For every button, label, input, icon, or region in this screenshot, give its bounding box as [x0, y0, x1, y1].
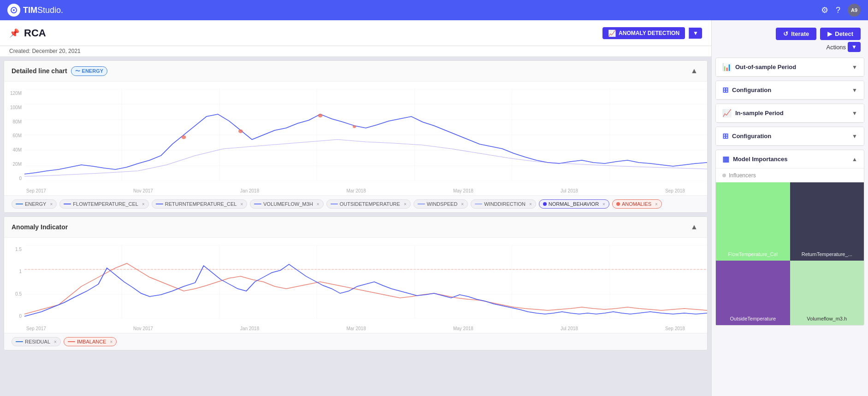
importance-cell-flow-temp: FlowTemperature_Cel [716, 182, 790, 261]
legend-imbalance[interactable]: IMBALANCE × [64, 337, 117, 346]
anomaly-chart-legend: RESIDUAL × IMBALANCE × [4, 333, 707, 350]
section-config-is: ⊞ Configuration ▼ [715, 127, 864, 146]
y-label-0m: 0 [4, 176, 22, 181]
config-is-chevron: ▼ [852, 133, 857, 140]
y-label-60m: 60M [4, 133, 22, 138]
svg-point-16 [238, 129, 243, 133]
y-label-80m: 80M [4, 119, 22, 124]
detect-button[interactable]: ▶ Detect [820, 28, 861, 40]
section-model-importances: ▦ Model Importances ▲ Influencers FlowTe… [715, 150, 864, 326]
sidebar-top-actions: ↺ Iterate ▶ Detect [712, 24, 868, 42]
outside-temp-label: OutsideTemperature [716, 316, 790, 321]
svg-point-17 [318, 114, 323, 117]
wave-icon: 〜 [75, 68, 80, 75]
y-label-120m: 120M [4, 91, 22, 96]
anomaly-badge-dropdown[interactable]: ▼ [689, 28, 702, 39]
importance-cell-return-temp: ReturnTemperature_... [790, 182, 864, 261]
legend-returntemp[interactable]: RETURNTEMPERATURE_CEL × [152, 199, 248, 209]
anomaly-chart-header: Anomaly Indicator ▲ [4, 217, 707, 238]
legend-anomalies[interactable]: ANOMALIES × [612, 199, 662, 209]
anomaly-detection-badge[interactable]: 📈 ANOMALY DETECTION [602, 27, 685, 39]
model-importances-header[interactable]: ▦ Model Importances ▲ [716, 150, 864, 169]
legend-windspeed[interactable]: WINDSPEED × [413, 199, 468, 209]
created-row: Created: December 20, 2021 [0, 46, 711, 57]
legend-volumeflow[interactable]: VOLUMEFLOW_M3H × [250, 199, 323, 209]
legend-winddirection[interactable]: WINDDIRECTION × [471, 199, 536, 209]
page-header: 📌 RCA 📈 ANOMALY DETECTION ▼ [0, 20, 711, 46]
legend-outsidetemp[interactable]: OUTSIDETEMPERATURE × [326, 199, 411, 209]
anomaly-chart-collapse[interactable]: ▲ [689, 221, 700, 233]
legend-flowtemp[interactable]: FLOWTEMPERATURE_CEL × [59, 199, 148, 209]
sidebar-actions-row: Actions ▼ [712, 42, 868, 56]
y-label-100m: 100M [4, 105, 22, 110]
detailed-chart-body: 120M 100M 80M 60M 40M 20M 0 [4, 82, 707, 195]
nav-right: ⚙ ? A9 [821, 4, 861, 17]
detailed-chart-legend: ENERGY × FLOWTEMPERATURE_CEL × RETURNTEM… [4, 195, 707, 212]
chart-icon: 📊 [722, 63, 732, 71]
importance-cell-volumeflow: Volumeflow_m3.h [790, 261, 864, 325]
anomaly-chart-title: Anomaly Indicator [12, 223, 68, 231]
config-oos-title: ⊞ Configuration [722, 86, 771, 94]
page-title: RCA [24, 27, 46, 39]
anomaly-chart-body: 1.5 1 0.5 0 [4, 238, 707, 333]
volumeflow-label: Volumeflow_m3.h [790, 316, 864, 321]
y-label-0: 0 [4, 314, 22, 319]
legend-normal[interactable]: NORMAL_BEHAVIOR × [539, 199, 609, 209]
iterate-button[interactable]: ↺ Iterate [776, 28, 816, 40]
settings-icon[interactable]: ⚙ [821, 5, 828, 15]
detailed-line-chart-panel: Detailed line chart 〜 ENERGY ▲ 120M [4, 60, 708, 213]
main-layout: 📌 RCA 📈 ANOMALY DETECTION ▼ Created: Dec… [0, 20, 868, 396]
energy-tag[interactable]: 〜 ENERGY [71, 66, 107, 76]
detailed-chart-container: 120M 100M 80M 60M 40M 20M 0 [4, 85, 707, 195]
svg-point-1 [13, 9, 15, 11]
section-out-of-sample: 📊 Out-of-sample Period ▼ [715, 58, 864, 77]
anomaly-icon: 📈 [608, 29, 616, 37]
model-importances-title: ▦ Model Importances [722, 155, 787, 163]
section-in-sample: 📈 In-sample Period ▼ [715, 104, 864, 123]
header-right: 📈 ANOMALY DETECTION ▼ [602, 27, 702, 39]
importance-cell-outside-temp: OutsideTemperature [716, 261, 790, 325]
detailed-chart-header: Detailed line chart 〜 ENERGY ▲ [4, 61, 707, 82]
out-of-sample-chevron: ▼ [852, 64, 857, 70]
out-of-sample-title: 📊 Out-of-sample Period [722, 63, 796, 71]
actions-label: Actions [826, 44, 846, 51]
anomaly-line-svg [24, 245, 707, 319]
pin-icon: 📌 [9, 28, 19, 38]
anomaly-badge-label: ANOMALY DETECTION [619, 30, 679, 36]
content-area: 📌 RCA 📈 ANOMALY DETECTION ▼ Created: Dec… [0, 20, 711, 396]
logo-circle [7, 4, 20, 17]
y-label-1.5: 1.5 [4, 247, 22, 252]
detailed-line-svg [24, 89, 707, 181]
config-is-title: ⊞ Configuration [722, 132, 771, 140]
y-label-40m: 40M [4, 147, 22, 152]
legend-residual[interactable]: RESIDUAL × [12, 337, 61, 346]
actions-dropdown-button[interactable]: ▼ [848, 42, 861, 52]
legend-energy[interactable]: ENERGY × [12, 199, 57, 209]
created-label: Created: [9, 48, 30, 54]
bar-icon: ▦ [722, 155, 729, 163]
anomaly-indicator-panel: Anomaly Indicator ▲ 1.5 1 0.5 0 [4, 216, 708, 350]
chart-in-icon: 📈 [722, 109, 732, 117]
created-date: December 20, 2021 [32, 48, 80, 54]
influencers-dot [722, 174, 726, 177]
svg-point-15 [182, 135, 186, 139]
y-label-0.5: 0.5 [4, 291, 22, 297]
config-oos-chevron: ▼ [852, 87, 857, 93]
right-sidebar: ↺ Iterate ▶ Detect Actions ▼ 📊 Out-of-sa… [711, 20, 868, 396]
in-sample-title: 📈 In-sample Period [722, 109, 784, 117]
return-temp-label: ReturnTemperature_... [790, 251, 864, 257]
svg-point-18 [353, 125, 356, 128]
in-sample-header[interactable]: 📈 In-sample Period ▼ [716, 104, 864, 122]
help-icon[interactable]: ? [836, 6, 840, 15]
avatar[interactable]: A9 [848, 4, 861, 17]
importance-grid: FlowTemperature_Cel ReturnTemperature_..… [716, 182, 864, 325]
detailed-chart-collapse[interactable]: ▲ [689, 65, 700, 76]
out-of-sample-header[interactable]: 📊 Out-of-sample Period ▼ [716, 58, 864, 76]
grid2-icon: ⊞ [722, 132, 728, 140]
config-is-header[interactable]: ⊞ Configuration ▼ [716, 127, 864, 146]
influencers-label: Influencers [729, 172, 756, 179]
y-label-1: 1 [4, 269, 22, 274]
section-config-oos: ⊞ Configuration ▼ [715, 81, 864, 100]
flow-temp-label: FlowTemperature_Cel [716, 251, 790, 257]
config-oos-header[interactable]: ⊞ Configuration ▼ [716, 81, 864, 99]
